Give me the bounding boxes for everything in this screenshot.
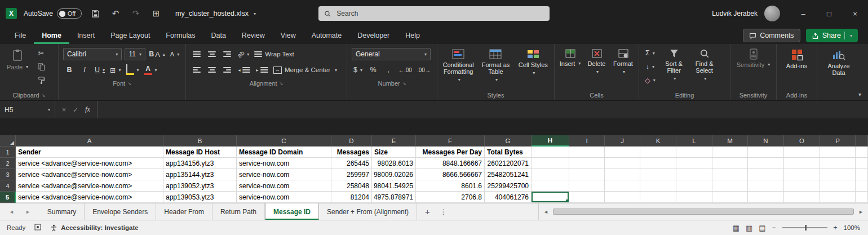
grid-cell[interactable]: 98009.02026 [372,169,416,180]
grid-cell[interactable]: Messages Per Day [416,147,485,158]
grid-cell[interactable] [532,180,569,192]
grid-cell[interactable]: service <advance@service-now.com> [16,158,163,169]
grid-cell[interactable] [748,158,784,169]
copy-button[interactable] [35,60,47,73]
grid-cell[interactable] [820,180,856,192]
sheet-tab-envelope-senders[interactable]: Envelope Senders [85,203,156,220]
undo-button[interactable]: ↶ [109,7,122,20]
horizontal-scrollbar[interactable]: ◄ ► [538,203,868,220]
redo-button[interactable]: ↷ [129,7,143,20]
dialog-launcher-icon[interactable]: ↘ [127,81,131,86]
avatar[interactable] [764,6,780,21]
align-center-button[interactable] [206,64,218,76]
grid-cell[interactable] [784,158,820,169]
ribbon-tab-help[interactable]: Help [397,27,428,44]
column-header[interactable]: D [331,135,372,147]
grid-cell[interactable]: 98041.54925 [372,180,416,192]
format-cells-button[interactable]: Format▾ [612,47,634,76]
share-button[interactable]: Share ▾ [806,29,858,42]
grid-cell[interactable]: 4975.878971 [372,192,416,203]
ribbon-tab-insert[interactable]: Insert [69,27,103,44]
increase-font-size-button[interactable]: BA▴ [148,48,166,60]
grid-cell[interactable] [532,158,569,169]
cut-button[interactable]: ✂ [35,47,47,59]
autosum-button[interactable]: Σ▾ [644,47,657,59]
merge-center-button[interactable]: ↔ Merge & Center ▾ [272,64,338,76]
font-color-button[interactable]: A ▾ [143,64,158,76]
zoom-slider-knob[interactable] [805,225,807,230]
insert-cells-button[interactable]: Insert▾ [559,47,581,67]
column-header[interactable]: K [640,135,676,147]
underline-button[interactable]: U▾ [94,64,106,76]
grid-cell[interactable] [640,158,676,169]
comma-style-button[interactable]: , [382,64,395,76]
grid-cell[interactable] [569,180,605,192]
page-break-view-button[interactable]: ▤ [759,224,765,232]
align-bottom-button[interactable] [221,48,233,60]
dialog-launcher-icon[interactable]: ↘ [42,93,46,98]
sort-filter-button[interactable]: Sort & Filter▾ [661,47,687,82]
macro-record-button[interactable] [34,224,41,232]
excel-logo-icon[interactable]: X [6,8,17,19]
grid-cell[interactable] [748,169,784,180]
grid-cell[interactable]: service-now.com [237,180,331,192]
grid-cell[interactable]: 404061276 [485,192,532,203]
decrease-decimal-button[interactable]: .00→ [416,64,432,76]
zoom-out-button[interactable]: − [772,224,776,232]
wrap-text-button[interactable]: Wrap Text [253,48,295,60]
grid-cell[interactable]: 8848.166667 [416,158,485,169]
grid-cell[interactable]: app139052.ytz3 [163,180,237,192]
ribbon-tab-formulas[interactable]: Formulas [158,27,203,44]
grid-cell[interactable]: app134156.ytz3 [163,158,237,169]
confirm-entry-icon[interactable]: ✓ [73,106,78,114]
column-header[interactable]: L [676,135,712,147]
column-header[interactable]: P [820,135,856,147]
grid-cell[interactable] [676,180,712,192]
grid-cell[interactable] [605,169,640,180]
grid-cell[interactable] [676,158,712,169]
row-header[interactable]: 2 [0,158,16,169]
page-layout-view-button[interactable]: ▥ [746,224,752,232]
grid-cell[interactable]: Sender [16,147,163,158]
grid-cell[interactable] [748,192,784,203]
column-header[interactable]: C [237,135,331,147]
formula-input[interactable] [98,101,868,118]
ribbon-tab-file[interactable]: File [7,27,34,44]
zoom-slider[interactable] [782,227,827,228]
align-middle-button[interactable] [206,48,218,60]
normal-view-button[interactable]: ▦ [733,224,739,232]
minimize-button[interactable]: – [790,0,816,27]
sheet-tab-message-id[interactable]: Message ID [265,203,319,220]
grid-cell[interactable] [820,169,856,180]
grid-cell[interactable] [569,147,605,158]
grid-cell[interactable] [820,158,856,169]
column-header[interactable]: E [372,135,416,147]
new-sheet-button[interactable]: + [425,207,430,216]
align-right-button[interactable] [221,64,233,76]
bold-button[interactable]: B [63,64,76,76]
align-left-button[interactable] [191,64,203,76]
align-top-button[interactable] [191,48,203,60]
column-header-selected[interactable]: H [532,135,569,147]
percent-style-button[interactable]: % [367,64,379,76]
grid-cell[interactable] [676,147,712,158]
column-header[interactable]: O [784,135,820,147]
font-name-combo[interactable]: Calibri▾ [63,48,122,60]
delete-cells-button[interactable]: Delete▾ [586,47,608,76]
grid-cell[interactable] [820,192,856,203]
addins-button[interactable]: Add-ins [781,47,812,69]
column-header[interactable]: A [16,135,163,147]
chevron-down-icon[interactable]: ▾ [850,33,852,38]
grid-cell[interactable] [676,192,712,203]
analyze-data-button[interactable]: Analyze Data [822,47,856,76]
grid-cell[interactable] [712,180,748,192]
grid-cell[interactable]: 258048 [331,180,372,192]
comments-button[interactable]: Comments [743,29,800,42]
ribbon-tab-review[interactable]: Review [234,27,273,44]
search-input[interactable] [335,9,544,18]
grid-cell[interactable]: app135144.ytz3 [163,169,237,180]
column-header[interactable]: J [605,135,640,147]
grid-cell[interactable]: 2706.8 [416,192,485,203]
cancel-entry-icon[interactable]: × [62,106,66,114]
fill-button[interactable]: ↓▾ [644,60,657,73]
